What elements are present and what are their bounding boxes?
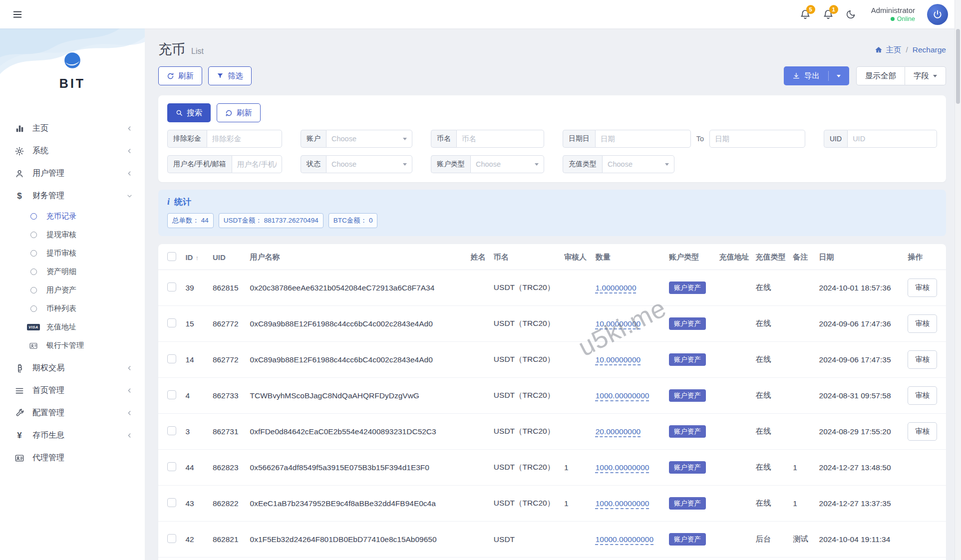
topbar: 5 1 Administrator Online bbox=[0, 0, 961, 28]
chevron-left-icon bbox=[126, 432, 133, 439]
sort-asc-icon[interactable]: ↑ bbox=[195, 254, 199, 262]
column-header-label: 币名 bbox=[494, 253, 509, 261]
user-info: Administrator Online bbox=[871, 5, 915, 23]
sidebar-subitem-withdrawal-review[interactable]: 提现审核 bbox=[8, 226, 137, 244]
reset-button[interactable]: 刷新 bbox=[217, 103, 261, 122]
cell-amount: 1.00000000 bbox=[592, 270, 665, 306]
breadcrumb-home-link[interactable]: 主页 bbox=[875, 45, 901, 55]
audit-button[interactable]: 审核 bbox=[908, 314, 937, 333]
cell-auditor bbox=[560, 522, 592, 558]
audit-button[interactable]: 审核 bbox=[908, 422, 937, 441]
cell-date: 2024-08-29 17:55:20 bbox=[815, 414, 904, 450]
row-checkbox[interactable] bbox=[167, 426, 176, 435]
filter-select-account-type[interactable]: Choose bbox=[470, 155, 544, 173]
audit-button[interactable]: 审核 bbox=[908, 279, 937, 297]
cell-recharge-type: 在线 bbox=[751, 342, 789, 378]
alerts-bell-icon[interactable]: 1 bbox=[823, 9, 834, 20]
cell-coin: USDT（TRC20） bbox=[490, 270, 560, 306]
amount-link[interactable]: 1000.00000000 bbox=[596, 391, 649, 400]
export-button[interactable]: 导出 bbox=[784, 66, 849, 85]
filter-label: 状态 bbox=[301, 155, 326, 173]
amount-link[interactable]: 1000.00000000 bbox=[596, 499, 649, 508]
notifications-bell-icon[interactable]: 5 bbox=[800, 9, 811, 20]
amount-link[interactable]: 10.00000000 bbox=[596, 319, 641, 328]
page-toolbar: 刷新 筛选 导出 显示全部 字段 bbox=[158, 66, 946, 85]
account-type-badge: 账户资产 bbox=[669, 353, 706, 366]
row-checkbox[interactable] bbox=[167, 354, 176, 363]
filter-select-status[interactable]: Choose bbox=[326, 155, 412, 173]
sidebar-item-config-management[interactable]: 配置管理 bbox=[8, 402, 137, 424]
cell-date: 2024-09-06 17:47:36 bbox=[815, 306, 904, 342]
cell-actions: 审核 bbox=[904, 342, 946, 378]
row-checkbox[interactable] bbox=[167, 498, 176, 507]
filter-input-date-end[interactable] bbox=[709, 130, 805, 148]
funnel-icon bbox=[217, 72, 224, 79]
row-checkbox[interactable] bbox=[167, 318, 176, 327]
filter-input-username-phone-email[interactable] bbox=[232, 155, 282, 173]
sidebar-subitem-coin-withdrawal-review[interactable]: 提币审核 bbox=[8, 244, 137, 263]
scrollbar-thumb[interactable] bbox=[956, 29, 960, 104]
show-all-button[interactable]: 显示全部 bbox=[856, 66, 905, 85]
bank-card-icon bbox=[27, 341, 40, 350]
sidebar-item-homepage-management[interactable]: 首页管理 bbox=[8, 379, 137, 402]
amount-link[interactable]: 20.00000000 bbox=[596, 427, 641, 436]
sidebar-subitem-label: 提现审核 bbox=[46, 230, 76, 240]
column-header-6: 数量 bbox=[592, 244, 665, 270]
filter-input-date-start[interactable] bbox=[595, 130, 691, 148]
idcard-icon bbox=[14, 453, 25, 463]
online-label: Online bbox=[897, 15, 915, 23]
amount-link[interactable]: 1000.00000000 bbox=[596, 463, 649, 472]
cell-username: 0x20c38786eeAe6321b0542084eC72913a6C8F7A… bbox=[246, 270, 467, 306]
breadcrumb-separator: / bbox=[906, 45, 908, 54]
filter-select-recharge-type[interactable]: Choose bbox=[602, 155, 674, 173]
sidebar-subitem-recharge-address[interactable]: VISA充值地址 bbox=[8, 318, 137, 336]
amount-link[interactable]: 10000.00000000 bbox=[596, 535, 653, 544]
scrollbar-track[interactable] bbox=[955, 0, 961, 560]
table-row: 38627310xfFDe0d84642cEaC0E2b554e42400893… bbox=[158, 414, 946, 450]
sidebar-subitem-recharge-records[interactable]: 充币记录 bbox=[8, 207, 137, 226]
cell-coin: USDT（TRC20） bbox=[490, 450, 560, 486]
dark-mode-moon-icon[interactable] bbox=[846, 9, 856, 19]
fields-dropdown-button[interactable]: 字段 bbox=[905, 66, 946, 85]
sidebar-item-home[interactable]: 主页 bbox=[8, 117, 137, 140]
filter-input-coin-name[interactable] bbox=[456, 130, 544, 148]
cell-uid: 862772 bbox=[209, 342, 246, 378]
select-all-checkbox[interactable] bbox=[167, 252, 176, 261]
filter-button[interactable]: 筛选 bbox=[208, 66, 252, 85]
row-checkbox[interactable] bbox=[167, 282, 176, 291]
filter-input-uid[interactable] bbox=[847, 130, 937, 148]
sidebar-item-coin-interest[interactable]: ¥存币生息 bbox=[8, 424, 137, 447]
menu-toggle-icon[interactable] bbox=[12, 9, 23, 20]
table-row: 448628230x566267a4df8549f5a3915E075B3b15… bbox=[158, 450, 946, 486]
audit-button[interactable]: 审核 bbox=[908, 350, 937, 369]
amount-link[interactable]: 1.00000000 bbox=[596, 283, 637, 292]
refresh-button[interactable]: 刷新 bbox=[158, 66, 202, 85]
amount-link[interactable]: 10.00000000 bbox=[596, 355, 641, 364]
sidebar-item-options-trading[interactable]: 期权交易 bbox=[8, 357, 137, 379]
user-avatar-power-icon[interactable] bbox=[927, 4, 948, 25]
sidebar-subitem-bank-card-management[interactable]: 银行卡管理 bbox=[8, 336, 137, 355]
sidebar-subitem-user-assets[interactable]: 用户资产 bbox=[8, 281, 137, 299]
sidebar-item-system[interactable]: 系统 bbox=[8, 140, 137, 162]
sidebar-item-finance-management[interactable]: $财务管理 bbox=[8, 185, 137, 207]
sidebar-subitem-asset-details[interactable]: 资产明细 bbox=[8, 263, 137, 281]
cell-amount: 10.00000000 bbox=[592, 306, 665, 342]
sidebar-item-label: 主页 bbox=[32, 123, 48, 134]
sidebar-subitem-coin-list[interactable]: 币种列表 bbox=[8, 299, 137, 318]
filter-input-exclude-bonus[interactable] bbox=[207, 130, 282, 148]
select-placeholder: Choose bbox=[476, 160, 501, 168]
filter-select-account[interactable]: Choose bbox=[326, 130, 412, 148]
chart-icon bbox=[14, 124, 25, 133]
row-checkbox[interactable] bbox=[167, 534, 176, 543]
circle-icon bbox=[27, 232, 40, 238]
column-header-0[interactable]: ID↑ bbox=[181, 244, 208, 270]
audit-button[interactable]: 审核 bbox=[908, 386, 937, 405]
sidebar-item-agent-management[interactable]: 代理管理 bbox=[8, 447, 137, 469]
home-icon bbox=[875, 46, 883, 54]
row-checkbox[interactable] bbox=[167, 462, 176, 471]
chevron-left-icon bbox=[126, 125, 133, 132]
sidebar-item-user-management[interactable]: 用户管理 bbox=[8, 162, 137, 185]
cell-realname bbox=[466, 270, 489, 306]
search-button[interactable]: 搜索 bbox=[167, 103, 211, 122]
row-checkbox[interactable] bbox=[167, 390, 176, 399]
